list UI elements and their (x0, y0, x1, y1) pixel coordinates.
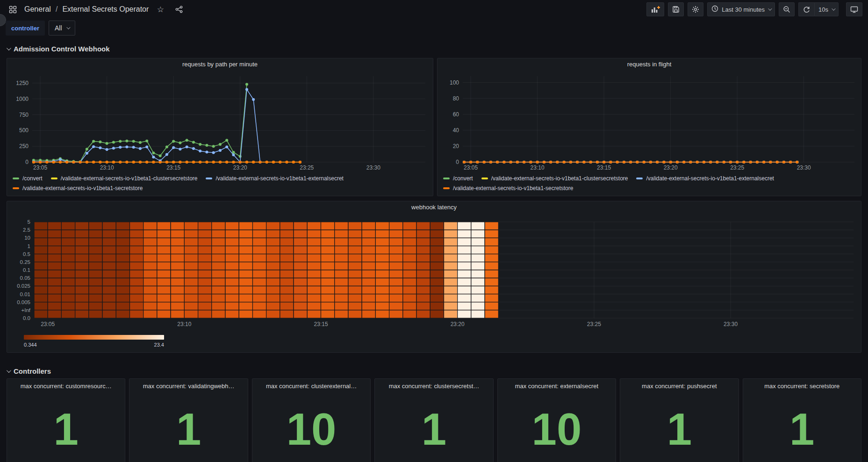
series-name: /validate-external-secrets-io-v1beta1-se… (453, 185, 573, 192)
svg-text:40: 40 (453, 127, 459, 134)
timeseries-chart[interactable]: 02505007501000125023:0523:1023:1523:2023… (11, 71, 429, 172)
chevron-down-icon (66, 25, 70, 29)
stat-panel-1: max concurrent: customresourc…1 (7, 378, 125, 462)
svg-text:750: 750 (19, 112, 29, 118)
apps-grid-icon[interactable] (6, 2, 20, 16)
panel-webhook-latency: webhook latency 23:0523:1023:1523:2023:2… (7, 201, 861, 353)
series-color-swatch (443, 178, 450, 179)
dashboard-settings-button[interactable] (688, 2, 703, 16)
svg-text:23:15: 23:15 (314, 321, 328, 327)
save-dashboard-button[interactable] (668, 2, 684, 16)
series-name: /validate-external-secrets-io-v1beta1-se… (22, 185, 143, 192)
series-color-swatch (636, 178, 643, 179)
zoom-out-button[interactable] (779, 2, 795, 16)
panel-title[interactable]: requests by path per minute (7, 61, 433, 68)
svg-text:23:30: 23:30 (797, 164, 811, 171)
timeseries-chart[interactable]: 02040608010023:0523:1023:1523:2023:2523:… (441, 71, 858, 172)
svg-text:23:15: 23:15 (166, 164, 180, 171)
refresh-interval-label: 10s (818, 6, 828, 13)
svg-text:0.0: 0.0 (23, 315, 30, 321)
series-name: /validate-external-secrets-io-v1beta1-cl… (491, 175, 628, 182)
refresh-interval-picker[interactable]: 10s (814, 2, 839, 16)
heatmap-chart[interactable]: 23:0523:1023:1523:2023:2523:3052.51010.5… (11, 218, 858, 330)
section-controllers[interactable]: Controllers (7, 367, 51, 375)
series-color-swatch (206, 178, 212, 179)
series-name: /validate-external-secrets-io-v1beta1-cl… (61, 175, 198, 182)
share-icon[interactable] (172, 2, 186, 16)
breadcrumb: General / External Secrets Operator ☆ (6, 2, 186, 16)
stat-value: 10 (498, 401, 616, 457)
top-nav: General / External Secrets Operator ☆ (0, 0, 868, 19)
stat-panel-title[interactable]: max concurrent: clusterexternal… (252, 383, 370, 390)
stat-panel-6: max concurrent: pushsecret1 (620, 378, 739, 462)
svg-text:10: 10 (24, 235, 30, 241)
stat-panel-title[interactable]: max concurrent: validatingwebh… (129, 383, 247, 390)
stat-panel-4: max concurrent: clustersecretst…1 (374, 378, 493, 462)
series-name: /validate-external-secrets-io-v1beta1-ex… (215, 175, 343, 182)
panel-title[interactable]: webhook latency (7, 204, 861, 211)
svg-text:23:05: 23:05 (33, 164, 47, 171)
svg-text:23:30: 23:30 (724, 321, 738, 327)
stat-panel-title[interactable]: max concurrent: pushsecret (620, 383, 738, 390)
svg-text:23:05: 23:05 (41, 321, 55, 327)
stat-panel-title[interactable]: max concurrent: clustersecretst… (375, 383, 493, 390)
svg-text:0.5: 0.5 (23, 251, 30, 257)
svg-text:500: 500 (19, 127, 29, 134)
svg-text:23:20: 23:20 (664, 164, 678, 171)
legend-item[interactable]: /validate-external-secrets-io-v1beta1-ex… (636, 175, 774, 182)
svg-text:1250: 1250 (16, 80, 29, 86)
svg-text:0.01: 0.01 (20, 291, 30, 297)
chart-legend: /convert/validate-external-secrets-io-v1… (13, 173, 430, 193)
stat-panel-title[interactable]: max concurrent: secretstore (743, 383, 861, 390)
series-color-swatch (481, 178, 488, 179)
section-admission-control-webhook[interactable]: Admission Control Webhook (7, 45, 110, 53)
svg-text:100: 100 (450, 79, 459, 86)
chevron-down-icon (7, 368, 11, 373)
refresh-group: 10s (798, 2, 839, 16)
svg-text:+Inf: +Inf (21, 307, 30, 313)
stat-panel-title[interactable]: max concurrent: externalsecret (498, 383, 616, 390)
svg-text:1000: 1000 (16, 96, 29, 102)
cycle-view-mode-button[interactable] (846, 2, 862, 16)
legend-item[interactable]: /validate-external-secrets-io-v1beta1-se… (13, 185, 143, 192)
stat-panel-2: max concurrent: validatingwebh…1 (129, 378, 248, 462)
clock-icon (711, 5, 718, 14)
variable-label-controller[interactable]: controller (6, 21, 45, 36)
svg-text:23:25: 23:25 (300, 164, 314, 171)
series-name: /convert (453, 175, 473, 182)
time-range-picker[interactable]: Last 30 minutes (707, 2, 775, 16)
panel-title[interactable]: requests in flight (438, 61, 861, 68)
svg-text:23:10: 23:10 (177, 321, 191, 327)
breadcrumb-separator: / (56, 5, 57, 14)
legend-item[interactable]: /convert (443, 175, 473, 182)
svg-text:20: 20 (453, 143, 459, 149)
legend-item[interactable]: /validate-external-secrets-io-v1beta1-cl… (481, 175, 628, 182)
svg-text:2.5: 2.5 (23, 227, 30, 233)
svg-text:0.25: 0.25 (20, 259, 30, 265)
add-panel-button[interactable] (646, 2, 664, 16)
series-name: /convert (22, 175, 43, 182)
scale-min: 0.344 (24, 342, 37, 348)
series-name: /validate-external-secrets-io-v1beta1-ex… (646, 175, 774, 182)
svg-text:0.025: 0.025 (17, 283, 30, 289)
series-color-swatch (13, 187, 19, 189)
chevron-down-icon (7, 46, 11, 50)
refresh-button[interactable] (798, 2, 814, 16)
svg-text:0.1: 0.1 (23, 267, 30, 273)
legend-item[interactable]: /convert (13, 175, 43, 182)
panel-requests-by-path: requests by path per minute 025050075010… (7, 58, 433, 196)
svg-text:80: 80 (453, 95, 459, 102)
grafana-dashboard: General / External Secrets Operator ☆ (0, 0, 868, 462)
svg-text:23:15: 23:15 (597, 164, 611, 171)
variable-value-dropdown[interactable]: All (49, 21, 75, 36)
time-range-label: Last 30 minutes (722, 6, 765, 13)
legend-item[interactable]: /validate-external-secrets-io-v1beta1-se… (443, 185, 573, 192)
variable-value: All (55, 24, 62, 32)
svg-text:5: 5 (28, 219, 30, 225)
star-icon[interactable]: ☆ (153, 2, 167, 16)
legend-item[interactable]: /validate-external-secrets-io-v1beta1-cl… (51, 175, 198, 182)
legend-item[interactable]: /validate-external-secrets-io-v1beta1-ex… (206, 175, 343, 182)
stat-panel-title[interactable]: max concurrent: customresourc… (7, 383, 125, 390)
breadcrumb-section[interactable]: General (24, 5, 51, 14)
series-color-swatch (13, 178, 19, 179)
